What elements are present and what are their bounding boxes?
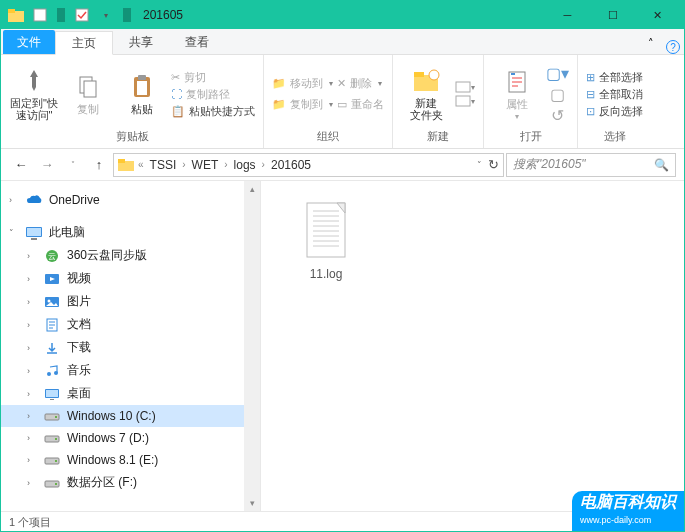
qat-check-icon[interactable] — [71, 4, 93, 26]
svg-rect-3 — [76, 9, 88, 21]
paste-button[interactable]: 粘贴 — [117, 73, 167, 115]
tree-thispc[interactable]: ˅ 此电脑 — [1, 221, 260, 244]
copy-to-button[interactable]: 📁复制到▾ — [272, 97, 333, 112]
search-icon: 🔍 — [654, 158, 669, 172]
copy-button[interactable]: 复制 — [63, 73, 113, 115]
svg-rect-34 — [55, 438, 57, 440]
group-organize-label: 组织 — [317, 129, 339, 144]
new-folder-button[interactable]: 新建 文件夹 — [401, 67, 451, 121]
tree-item[interactable]: ›Windows 7 (D:) — [1, 427, 260, 449]
cloud360-icon: 云 — [43, 248, 61, 264]
svg-rect-30 — [50, 399, 54, 400]
file-item[interactable]: 11.log — [281, 201, 371, 281]
tree-item[interactable]: ›桌面 — [1, 382, 260, 405]
select-all-icon: ⊞ — [586, 71, 595, 84]
qat-item[interactable] — [29, 4, 51, 26]
tree-item-label: 360云盘同步版 — [67, 247, 147, 264]
svg-rect-19 — [31, 238, 37, 240]
nav-up-button[interactable]: ↑ — [87, 153, 111, 177]
nav-forward-button[interactable]: → — [35, 153, 59, 177]
breadcrumb-item[interactable]: TSSI — [148, 158, 179, 172]
breadcrumb-item[interactable]: 201605 — [269, 158, 313, 172]
address-bar[interactable]: « TSSI › WET › logs › 201605 ˅ ↻ — [113, 153, 504, 177]
svg-text:云: 云 — [48, 252, 56, 261]
drive-icon — [43, 430, 61, 446]
address-dropdown[interactable]: ˅ — [477, 160, 482, 170]
thispc-icon — [25, 225, 43, 241]
cut-button[interactable]: ✂剪切 — [171, 70, 255, 85]
svg-rect-16 — [118, 159, 125, 163]
drive-icon — [43, 408, 61, 424]
minimize-button[interactable]: ─ — [545, 1, 590, 29]
tree-item-label: 音乐 — [67, 362, 91, 379]
paste-shortcut-button[interactable]: 📋粘贴快捷方式 — [171, 104, 255, 119]
tree-scrollbar[interactable]: ▴ ▾ — [244, 181, 260, 511]
svg-rect-29 — [46, 390, 58, 397]
properties-button[interactable]: 属性 ▾ — [492, 68, 542, 121]
tab-view[interactable]: 查看 — [169, 30, 225, 54]
window-title: 201605 — [143, 8, 183, 22]
pin-button[interactable]: 固定到"快 速访问" — [9, 67, 59, 121]
path-icon: ⛶ — [171, 88, 182, 100]
properties-icon — [505, 68, 529, 96]
tab-share[interactable]: 共享 — [113, 30, 169, 54]
tree-item[interactable]: ›Windows 8.1 (E:) — [1, 449, 260, 471]
tree-item[interactable]: ›视频 — [1, 267, 260, 290]
downloads-icon — [43, 340, 61, 356]
nav-back-button[interactable]: ← — [9, 153, 33, 177]
navbar: ← → ˅ ↑ « TSSI › WET › logs › 201605 ˅ ↻… — [1, 149, 684, 181]
svg-rect-5 — [84, 81, 96, 97]
maximize-button[interactable]: ☐ — [590, 1, 635, 29]
svg-rect-8 — [138, 75, 146, 80]
music-icon — [43, 363, 61, 379]
video-icon — [43, 271, 61, 287]
tree-item[interactable]: ›Windows 10 (C:) — [1, 405, 260, 427]
breadcrumb-item[interactable]: logs — [232, 158, 258, 172]
copy-path-button[interactable]: ⛶复制路径 — [171, 87, 255, 102]
tree-item[interactable]: ›音乐 — [1, 359, 260, 382]
svg-point-26 — [47, 372, 51, 376]
open-icon[interactable]: ▢▾ — [546, 64, 569, 83]
delete-button[interactable]: ✕删除▾ — [337, 76, 384, 91]
drive-icon — [43, 475, 61, 491]
tree-onedrive[interactable]: › OneDrive — [1, 189, 260, 211]
breadcrumb-item[interactable]: WET — [190, 158, 221, 172]
move-to-button[interactable]: 📁移动到▾ — [272, 76, 333, 91]
pin-icon — [22, 67, 46, 95]
ribbon-collapse[interactable]: ˄ — [640, 32, 662, 54]
close-button[interactable]: ✕ — [635, 1, 680, 29]
tree-item[interactable]: ›数据分区 (F:) — [1, 471, 260, 494]
cut-icon: ✂ — [171, 71, 180, 84]
group-select-label: 选择 — [604, 129, 626, 144]
watermark-badge: 电脑百科知识 www.pc-daily.com — [572, 491, 684, 531]
select-none-icon: ⊟ — [586, 88, 595, 101]
edit-icon[interactable]: ▢ — [546, 85, 569, 104]
history-icon[interactable]: ↺ — [546, 106, 569, 125]
nav-recent-dropdown[interactable]: ˅ — [61, 153, 85, 177]
rename-button[interactable]: ▭重命名 — [337, 97, 384, 112]
tree-item[interactable]: ›下载 — [1, 336, 260, 359]
tree-item[interactable]: ›云360云盘同步版 — [1, 244, 260, 267]
invert-selection-button[interactable]: ⊡反向选择 — [586, 104, 643, 119]
tree-item[interactable]: ›文档 — [1, 313, 260, 336]
qat-dropdown[interactable]: ▾ — [95, 4, 117, 26]
tree-item[interactable]: ›图片 — [1, 290, 260, 313]
tab-file[interactable]: 文件 — [3, 30, 55, 54]
svg-rect-1 — [8, 9, 15, 13]
search-input[interactable]: 搜索"201605" 🔍 — [506, 153, 676, 177]
refresh-button[interactable]: ↻ — [488, 157, 499, 172]
search-placeholder: 搜索"201605" — [513, 156, 586, 173]
moveto-icon: 📁 — [272, 77, 286, 90]
file-list[interactable]: 11.log — [261, 181, 684, 511]
text-file-icon — [301, 201, 351, 261]
select-none-button[interactable]: ⊟全部取消 — [586, 87, 643, 102]
tab-home[interactable]: 主页 — [55, 31, 113, 55]
new-item-icon[interactable]: ▾ — [455, 81, 475, 93]
folder-icon — [118, 159, 134, 171]
tree-item-label: Windows 8.1 (E:) — [67, 453, 158, 467]
select-all-button[interactable]: ⊞全部选择 — [586, 70, 643, 85]
help-button[interactable]: ? — [666, 40, 680, 54]
nav-tree[interactable]: › OneDrive ˅ 此电脑 ›云360云盘同步版›视频›图片›文档›下载›… — [1, 181, 261, 511]
onedrive-icon — [25, 192, 43, 208]
easy-access-icon[interactable]: ▾ — [455, 95, 475, 107]
